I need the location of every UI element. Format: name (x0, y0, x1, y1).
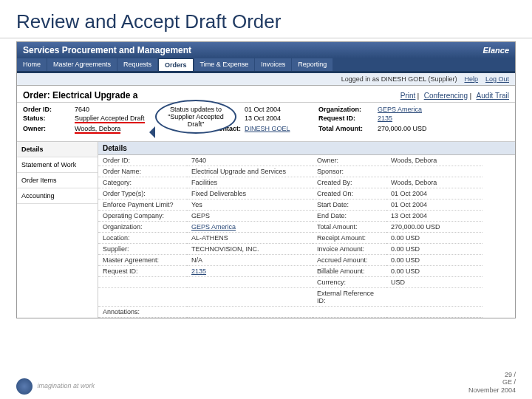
detail-label: Created On: (313, 188, 386, 200)
detail-label: Total Amount: (313, 222, 386, 233)
footer-date: November 2004 (468, 386, 516, 395)
help-link[interactable]: Help (464, 75, 478, 83)
order-id-label: Order ID: (23, 106, 75, 113)
detail-label: Billable Amount: (313, 266, 386, 277)
request-id-label: Request ID: (318, 115, 378, 123)
detail-value: 0.00 USD (386, 255, 482, 266)
detail-value: Woods, Debora (386, 177, 482, 188)
sidenav-accounting[interactable]: Accounting (17, 188, 98, 204)
details-panel: Details Order ID:7640Owner:Woods, Debora… (98, 142, 515, 318)
detail-label: Currency: (313, 277, 386, 288)
detail-label: Master Agreement: (98, 255, 187, 266)
supplier-contact-link[interactable]: DINESH GOEL (245, 125, 318, 134)
footer-right: 29 / GE / November 2004 (468, 371, 516, 395)
detail-value: Fixed Deliverables (187, 188, 313, 200)
detail-label: Annotations: (98, 307, 187, 318)
organization-label: Organization: (318, 106, 378, 113)
detail-value: USD (386, 277, 482, 288)
conferencing-link[interactable]: Conferencing (424, 92, 468, 100)
detail-label: Order Name: (98, 166, 187, 177)
total-amount-label: Total Amount: (318, 125, 378, 134)
detail-value: 0.00 USD (386, 233, 482, 244)
print-link[interactable]: Print (400, 92, 416, 100)
detail-value[interactable]: 2135 (187, 266, 313, 277)
detail-label: Operating Company: (98, 211, 187, 222)
detail-value (386, 307, 482, 318)
tabs-bar: HomeMaster AgreementsRequestsOrdersTime … (17, 58, 515, 73)
detail-value: 01 Oct 2004 (386, 188, 482, 200)
detail-label: Order ID: (98, 155, 187, 166)
detail-label: Receipt Amount: (313, 233, 386, 244)
tab-invoices[interactable]: Invoices (255, 58, 291, 71)
logged-in-text: Logged in as DINESH GOEL (Supplier) (341, 75, 457, 83)
detail-value: 270,000.00 USD (386, 222, 482, 233)
detail-value: Electrical Upgrade and Services (187, 166, 313, 177)
footer-page: 29 / (468, 371, 516, 379)
detail-label: External Reference ID: (313, 288, 386, 307)
detail-value: Facilities (187, 177, 313, 188)
detail-value (187, 288, 313, 307)
app-title: Services Procurement and Management (23, 45, 191, 55)
sidenav-details[interactable]: Details (17, 142, 98, 157)
tab-orders[interactable]: Orders (158, 58, 194, 71)
detail-label: End Date: (313, 211, 386, 222)
detail-label: Sponsor: (313, 166, 386, 177)
detail-value: GEPS (187, 211, 313, 222)
order-summary: Order ID: 7640 Start Date: 01 Oct 2004 O… (17, 103, 515, 141)
detail-value[interactable]: GEPS America (187, 222, 313, 233)
detail-value (187, 277, 313, 288)
tab-home[interactable]: Home (17, 58, 47, 71)
audit-trail-link[interactable]: Audit Trail (477, 92, 509, 100)
detail-label (98, 277, 187, 288)
footer-left: imagination at work (16, 378, 95, 395)
detail-value: TECHNOVISION, INC. (187, 244, 313, 255)
details-heading: Details (98, 142, 515, 155)
detail-value: N/A (187, 255, 313, 266)
detail-label: Order Type(s): (98, 188, 187, 200)
detail-value: Woods, Debora (386, 155, 482, 166)
detail-value: 0.00 USD (386, 266, 482, 277)
content-area: DetailsStatement of WorkOrder ItemsAccou… (17, 141, 515, 318)
tab-requests[interactable]: Requests (117, 58, 157, 71)
detail-value (386, 166, 482, 177)
order-title-bar: Order: Electrical Upgrade a Print | Conf… (17, 86, 515, 103)
detail-value (386, 288, 482, 307)
detail-label: Category: (98, 177, 187, 188)
detail-label: Request ID: (98, 266, 187, 277)
slide-footer: imagination at work 29 / GE / November 2… (16, 371, 516, 395)
detail-label: Supplier: (98, 244, 187, 255)
detail-value: 01 Oct 2004 (386, 200, 482, 211)
details-grid: Order ID:7640Owner:Woods, DeboraOrder Na… (98, 155, 515, 318)
organization-link[interactable]: GEPS America (378, 106, 459, 113)
app-brand: Elance (483, 46, 509, 55)
ge-logo-icon (16, 378, 33, 395)
logout-link[interactable]: Log Out (485, 75, 509, 83)
status-label: Status: (23, 115, 75, 123)
detail-value: AL-ATHENS (187, 233, 313, 244)
tab-time-expense[interactable]: Time & Expense (194, 58, 255, 71)
detail-label: Location: (98, 233, 187, 244)
request-id-link[interactable]: 2135 (378, 115, 459, 123)
tab-master-agreements[interactable]: Master Agreements (47, 58, 117, 71)
footer-org: GE / (468, 378, 516, 386)
detail-label: Invoice Amount: (313, 244, 386, 255)
detail-label: Organization: (98, 222, 187, 233)
footer-slogan: imagination at work (38, 382, 95, 389)
detail-label: Created By: (313, 177, 386, 188)
slide-title: Review and Accept Draft Order (0, 0, 532, 38)
tab-reporting[interactable]: Reporting (292, 58, 332, 71)
start-date-value: 01 Oct 2004 (245, 106, 318, 113)
detail-value: 7640 (187, 155, 313, 166)
detail-value: 0.00 USD (386, 244, 482, 255)
detail-value: Yes (187, 200, 313, 211)
sidenav-order-items[interactable]: Order Items (17, 173, 98, 188)
detail-label (98, 288, 187, 307)
side-nav: DetailsStatement of WorkOrder ItemsAccou… (17, 142, 98, 318)
order-title: Order: Electrical Upgrade a (23, 90, 137, 100)
detail-label: Owner: (313, 155, 386, 166)
end-date-value: 13 Oct 2004 (245, 115, 318, 123)
sidenav-statement-of-work[interactable]: Statement of Work (17, 157, 98, 173)
sub-header: Logged in as DINESH GOEL (Supplier) Help… (17, 73, 515, 86)
owner-label: Owner: (23, 125, 75, 134)
detail-label: Accrued Amount: (313, 255, 386, 266)
